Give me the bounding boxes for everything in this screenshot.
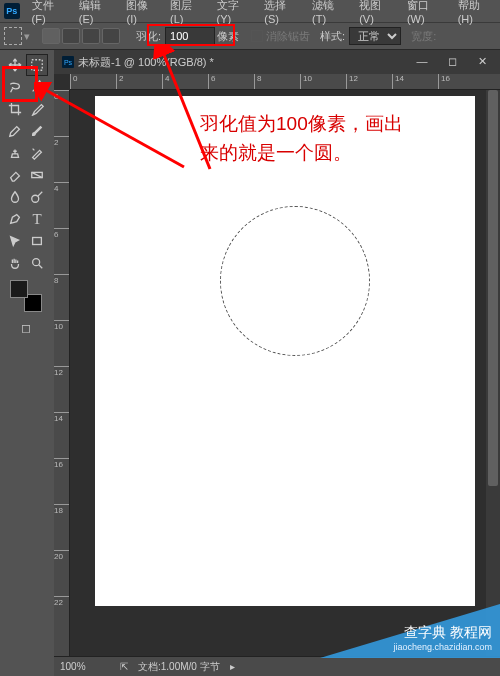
ruler-tick: 10 bbox=[54, 320, 70, 331]
path-selection-tool[interactable] bbox=[4, 230, 26, 252]
ruler-tick: 22 bbox=[54, 596, 70, 607]
ruler-tick: 14 bbox=[392, 74, 404, 90]
vertical-ruler: 0 2 4 6 8 10 12 14 16 18 20 22 bbox=[54, 90, 70, 656]
selection-intersect-icon[interactable] bbox=[102, 28, 120, 44]
blur-tool[interactable] bbox=[4, 186, 26, 208]
marquee-tool-icon[interactable] bbox=[4, 27, 22, 45]
feather-label: 羽化: bbox=[136, 29, 161, 44]
annotation-line1: 羽化值为100像素，画出 bbox=[200, 110, 403, 139]
ruler-tick: 4 bbox=[162, 74, 169, 90]
color-swatches[interactable] bbox=[10, 280, 42, 312]
canvas[interactable]: 羽化值为100像素，画出 来的就是一个圆。 bbox=[95, 96, 475, 606]
expand-icon[interactable]: ⇱ bbox=[120, 661, 128, 672]
clone-stamp-tool[interactable] bbox=[4, 142, 26, 164]
watermark-main: 查字典 教程网 bbox=[393, 624, 492, 642]
maximize-button[interactable]: ◻ bbox=[438, 50, 466, 72]
minimize-button[interactable]: — bbox=[408, 50, 436, 72]
selection-marquee-circle bbox=[220, 206, 370, 356]
options-bar: ▾ 羽化: 像素 消除锯齿 样式: 正常 宽度: bbox=[0, 22, 500, 50]
feather-control: 羽化: 像素 bbox=[132, 25, 251, 47]
status-bar: 100% ⇱ 文档:1.00M/0 字节 ▸ bbox=[54, 656, 500, 676]
feather-unit: 像素 bbox=[217, 29, 239, 44]
magic-wand-tool[interactable] bbox=[26, 76, 48, 98]
zoom-level[interactable]: 100% bbox=[60, 661, 110, 672]
canvas-viewport[interactable]: 羽化值为100像素，画出 来的就是一个圆。 bbox=[70, 90, 500, 656]
type-tool[interactable]: T bbox=[26, 208, 48, 230]
close-button[interactable]: ✕ bbox=[468, 50, 496, 72]
quick-mask-icon[interactable]: ◻ bbox=[15, 318, 37, 338]
ruler-tick: 16 bbox=[54, 458, 70, 469]
document-title: 未标题-1 @ 100%(RGB/8) * bbox=[78, 55, 214, 70]
toolbox: T ◻ bbox=[0, 50, 52, 676]
svg-rect-0 bbox=[32, 60, 43, 71]
menu-file[interactable]: 文件(F) bbox=[26, 0, 73, 25]
menu-filter[interactable]: 滤镜(T) bbox=[306, 0, 353, 25]
menu-window[interactable]: 窗口(W) bbox=[401, 0, 452, 25]
move-tool[interactable] bbox=[4, 54, 26, 76]
brush-tool[interactable] bbox=[26, 120, 48, 142]
foreground-color-swatch[interactable] bbox=[10, 280, 28, 298]
ruler-tick: 2 bbox=[54, 136, 70, 147]
ruler-tick: 0 bbox=[54, 90, 70, 101]
chevron-right-icon[interactable]: ▸ bbox=[230, 661, 235, 672]
rectangle-tool[interactable] bbox=[26, 230, 48, 252]
main-area: T ◻ Ps 未标题-1 @ 100%(RGB/8) * — ◻ ✕ bbox=[0, 50, 500, 676]
eraser-tool[interactable] bbox=[4, 164, 26, 186]
ruler-tick: 12 bbox=[346, 74, 358, 90]
annotation-line2: 来的就是一个圆。 bbox=[200, 139, 403, 168]
menu-help[interactable]: 帮助(H) bbox=[452, 0, 500, 25]
ruler-tick: 8 bbox=[54, 274, 70, 285]
document-area: Ps 未标题-1 @ 100%(RGB/8) * — ◻ ✕ 0 2 4 6 8… bbox=[54, 50, 500, 676]
vertical-scrollbar[interactable] bbox=[486, 90, 500, 656]
ruler-tick: 12 bbox=[54, 366, 70, 377]
document-tab[interactable]: Ps 未标题-1 @ 100%(RGB/8) * — ◻ ✕ bbox=[54, 50, 500, 74]
pen-tool[interactable] bbox=[4, 208, 26, 230]
scrollbar-thumb[interactable] bbox=[488, 90, 498, 486]
menu-edit[interactable]: 编辑(E) bbox=[73, 0, 121, 25]
horizontal-ruler: 0 2 4 6 8 10 12 14 16 bbox=[70, 74, 500, 90]
annotation-text: 羽化值为100像素，画出 来的就是一个圆。 bbox=[200, 110, 403, 167]
selection-new-icon[interactable] bbox=[42, 28, 60, 44]
svg-point-2 bbox=[32, 195, 39, 202]
menu-view[interactable]: 视图(V) bbox=[353, 0, 401, 25]
selection-subtract-icon[interactable] bbox=[82, 28, 100, 44]
menu-type[interactable]: 文字(Y) bbox=[211, 0, 259, 25]
history-brush-tool[interactable] bbox=[26, 142, 48, 164]
watermark-sub: jiaocheng.chazidian.com bbox=[393, 642, 492, 652]
svg-rect-3 bbox=[33, 238, 42, 245]
doc-info: 文档:1.00M/0 字节 bbox=[138, 660, 220, 674]
ruler-tick: 8 bbox=[254, 74, 261, 90]
antialias-label: 消除锯齿 bbox=[266, 29, 310, 44]
ps-logo-icon: Ps bbox=[4, 3, 20, 19]
menu-select[interactable]: 选择(S) bbox=[258, 0, 306, 25]
ruler-tick: 2 bbox=[116, 74, 123, 90]
healing-brush-tool[interactable] bbox=[4, 120, 26, 142]
checkbox-icon bbox=[251, 30, 263, 42]
dodge-tool[interactable] bbox=[26, 186, 48, 208]
style-select[interactable]: 正常 bbox=[349, 27, 401, 45]
menu-image[interactable]: 图像(I) bbox=[120, 0, 164, 25]
menu-layer[interactable]: 图层(L) bbox=[164, 0, 211, 25]
zoom-tool[interactable] bbox=[26, 252, 48, 274]
lasso-tool[interactable] bbox=[4, 76, 26, 98]
ruler-tick: 10 bbox=[300, 74, 312, 90]
ruler-tick: 6 bbox=[54, 228, 70, 239]
feather-input[interactable] bbox=[165, 27, 215, 45]
style-control: 样式: 正常 bbox=[320, 27, 401, 45]
hand-tool[interactable] bbox=[4, 252, 26, 274]
gradient-tool[interactable] bbox=[26, 164, 48, 186]
ruler-tick: 4 bbox=[54, 182, 70, 193]
ruler-tick: 14 bbox=[54, 412, 70, 423]
crop-tool[interactable] bbox=[4, 98, 26, 120]
ruler-tick: 20 bbox=[54, 550, 70, 561]
ruler-tick: 6 bbox=[208, 74, 215, 90]
selection-add-icon[interactable] bbox=[62, 28, 80, 44]
width-label: 宽度: bbox=[411, 29, 436, 44]
ruler-tick: 0 bbox=[70, 74, 77, 90]
rectangular-marquee-tool[interactable] bbox=[26, 54, 48, 76]
selection-mode-group bbox=[42, 28, 120, 44]
ruler-tick: 18 bbox=[54, 504, 70, 515]
eyedropper-tool[interactable] bbox=[26, 98, 48, 120]
tool-preset-chevron-icon[interactable]: ▾ bbox=[24, 30, 34, 43]
svg-point-4 bbox=[33, 259, 40, 266]
